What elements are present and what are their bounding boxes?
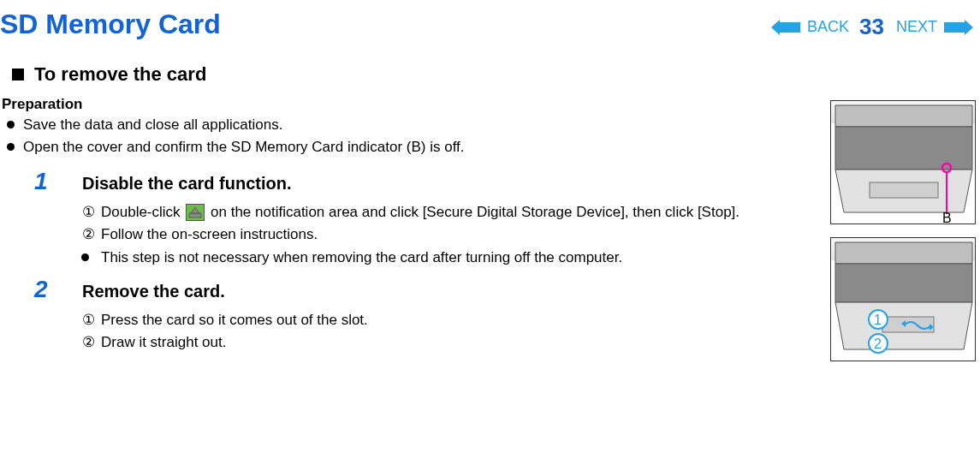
preparation-title: Preparation bbox=[2, 96, 813, 113]
sub-item: ② Draw it straight out. bbox=[82, 332, 813, 354]
square-bullet-icon bbox=[12, 69, 24, 80]
safe-remove-hardware-icon bbox=[186, 204, 205, 221]
bullet-icon bbox=[7, 143, 15, 151]
illustration-label-1: 1 bbox=[874, 313, 882, 327]
svg-rect-2 bbox=[189, 213, 201, 218]
sub-marker: ① bbox=[82, 310, 101, 331]
step-number: 1 bbox=[34, 168, 68, 195]
back-button[interactable]: BACK bbox=[807, 18, 849, 36]
step-row: 2 Remove the card. bbox=[2, 276, 813, 303]
sub-text-post: on the notification area and click [Secu… bbox=[206, 204, 739, 220]
preparation-list: Save the data and close all applications… bbox=[2, 115, 813, 158]
preparation-item-text: Open the cover and confirm the SD Memory… bbox=[23, 137, 465, 158]
sub-text: Follow the on-screen instructions. bbox=[101, 224, 813, 246]
sub-item: ② Follow the on-screen instructions. bbox=[82, 224, 813, 246]
preparation-item: Open the cover and confirm the SD Memory… bbox=[2, 137, 813, 158]
svg-rect-13 bbox=[882, 317, 934, 332]
svg-marker-3 bbox=[191, 207, 199, 213]
next-arrow-icon[interactable] bbox=[944, 20, 973, 35]
step-sublist: ① Press the card so it comes out of the … bbox=[2, 310, 813, 354]
next-button[interactable]: NEXT bbox=[896, 18, 937, 36]
section-heading-text: To remove the card bbox=[34, 63, 206, 86]
sub-marker: ② bbox=[82, 332, 101, 354]
step-sublist: ① Double-click on the notification area … bbox=[2, 202, 813, 269]
sub-text: Press the card so it comes out of the sl… bbox=[101, 310, 813, 331]
sub-marker: ① bbox=[82, 202, 101, 224]
svg-marker-4 bbox=[835, 105, 972, 127]
sub-marker: ② bbox=[82, 224, 101, 246]
svg-marker-5 bbox=[835, 127, 972, 170]
svg-rect-7 bbox=[870, 182, 938, 198]
sub-text: Double-click on the notification area an… bbox=[101, 202, 813, 224]
sub-text: Draw it straight out. bbox=[101, 332, 813, 354]
sub-text-pre: Double-click bbox=[101, 204, 184, 220]
svg-marker-10 bbox=[835, 242, 972, 264]
page-title: SD Memory Card bbox=[0, 9, 221, 40]
preparation-item-text: Save the data and close all applications… bbox=[23, 115, 282, 135]
preparation-item: Save the data and close all applications… bbox=[2, 115, 813, 135]
section-heading: To remove the card bbox=[0, 62, 980, 96]
bullet-icon bbox=[7, 121, 15, 128]
illustration-laptop-indicator: B bbox=[830, 100, 976, 224]
svg-marker-11 bbox=[835, 264, 972, 302]
step-number: 2 bbox=[34, 276, 68, 303]
page-nav: BACK 33 NEXT bbox=[771, 14, 980, 40]
illustration-column: B 1 2 bbox=[830, 96, 980, 374]
page-number: 33 bbox=[859, 14, 884, 40]
svg-marker-1 bbox=[944, 20, 973, 35]
sub-item: This step is not necessary when removing… bbox=[82, 247, 813, 269]
illustration-label-b: B bbox=[942, 211, 952, 224]
back-arrow-icon[interactable] bbox=[771, 20, 800, 35]
step-row: 1 Disable the card function. bbox=[2, 168, 813, 195]
illustration-laptop-remove: 1 2 bbox=[830, 237, 976, 361]
step-title: Disable the card function. bbox=[82, 174, 291, 194]
bullet-icon bbox=[81, 253, 89, 261]
illustration-label-2: 2 bbox=[874, 337, 882, 351]
sub-item: ① Double-click on the notification area … bbox=[82, 202, 813, 224]
step-title: Remove the card. bbox=[82, 282, 225, 301]
svg-marker-0 bbox=[771, 20, 800, 35]
sub-item: ① Press the card so it comes out of the … bbox=[82, 310, 813, 331]
sub-text: This step is not necessary when removing… bbox=[101, 247, 813, 269]
